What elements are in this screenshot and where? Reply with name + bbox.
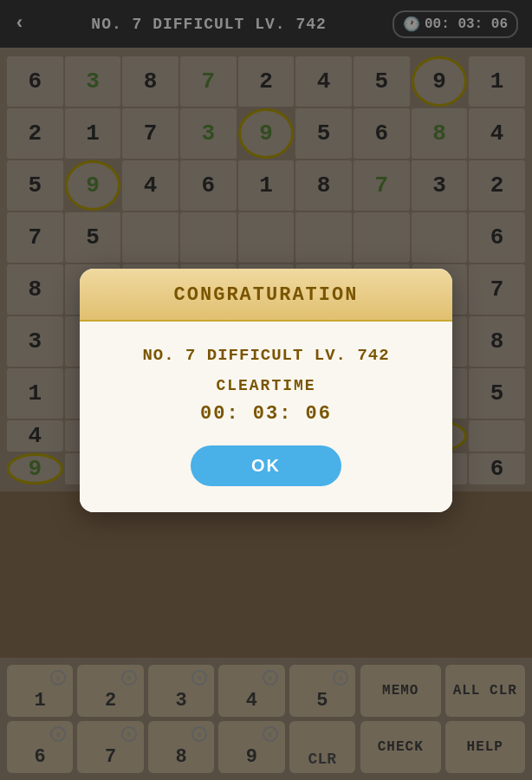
modal-overlay: CONGRATURATION NO. 7 DIFFICULT LV. 742 C… [0, 0, 532, 780]
modal-body: NO. 7 DIFFICULT LV. 742 CLEARTIME 00: 03… [80, 322, 452, 512]
modal-cleartime-value: 00: 03: 06 [106, 403, 426, 425]
congratulation-modal: CONGRATURATION NO. 7 DIFFICULT LV. 742 C… [80, 269, 452, 512]
ok-button[interactable]: OK [191, 445, 341, 486]
modal-cleartime-label: CLEARTIME [106, 377, 426, 394]
modal-puzzle-info: NO. 7 DIFFICULT LV. 742 [106, 346, 426, 365]
modal-title: CONGRATURATION [174, 284, 359, 306]
modal-header: CONGRATURATION [80, 269, 452, 322]
